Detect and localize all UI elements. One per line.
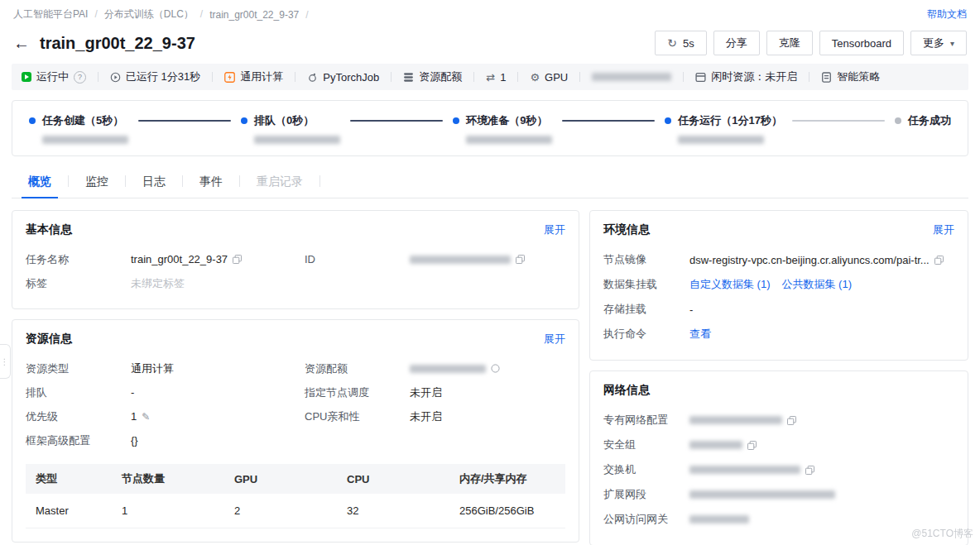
tensorboard-button[interactable]: Tensorboard xyxy=(819,31,904,55)
page-title: train_gr00t_22_9-37 xyxy=(40,34,195,53)
status-item-framework: PyTorchJob xyxy=(307,71,379,84)
elapsed-text: 已运行 1分31秒 xyxy=(126,69,200,84)
dataset-mount-label: 数据集挂载 xyxy=(603,277,689,292)
divider xyxy=(98,72,98,82)
step-dot xyxy=(665,117,671,124)
more-button-label: 更多 xyxy=(923,36,944,50)
security-group-label: 安全组 xyxy=(603,437,689,452)
table-header-node-count: 节点数量 xyxy=(112,464,224,494)
back-icon[interactable]: ← xyxy=(13,35,30,51)
priority-label: 优先级 xyxy=(26,409,131,424)
timeline-step-running: 任务运行（1分17秒） xyxy=(665,113,782,144)
tab-restart-records[interactable]: 重启记录 xyxy=(240,165,319,198)
resource-info-row: 资源类型 通用计算 资源配额 xyxy=(26,356,565,380)
tag-label: 标签 xyxy=(26,276,131,291)
custom-dataset-link[interactable]: 自定义数据集 (1) xyxy=(689,277,771,292)
status-item-elapsed: 已运行 1分31秒 xyxy=(110,69,200,84)
copy-icon[interactable] xyxy=(747,441,757,450)
divider xyxy=(391,72,392,82)
redacted-timestamp xyxy=(42,136,128,144)
smart-policy-text: 智能策略 xyxy=(837,69,880,84)
link-out-icon[interactable] xyxy=(491,364,500,373)
copy-icon[interactable] xyxy=(787,416,796,425)
redacted-timestamp xyxy=(466,136,552,144)
network-info-row: 扩展网段 xyxy=(603,482,954,507)
table-header-gpu: GPU xyxy=(224,464,337,494)
view-command-link[interactable]: 查看 xyxy=(689,327,711,342)
left-column: 基本信息 展开 任务名称 train_gr00t_22_9-37 ID 标签 未… xyxy=(12,210,579,543)
table-row: Master 1 2 32 256GiB/256GiB xyxy=(26,494,565,528)
status-item-smart-policy: 智能策略 xyxy=(821,69,880,84)
status-item-device: ⚙ GPU xyxy=(530,71,568,84)
watermark: @51CTO博客 xyxy=(911,527,973,541)
node-spec-table: 类型 节点数量 GPU CPU 内存/共享内存 Master 1 2 32 25… xyxy=(26,464,565,528)
tab-overview[interactable]: 概览 xyxy=(12,165,68,198)
refresh-interval-label: 5s xyxy=(683,37,694,50)
env-info-row: 数据集挂载 自定义数据集 (1) 公共数据集 (1) xyxy=(603,272,954,297)
redacted-quota-value xyxy=(410,365,486,373)
tab-monitor[interactable]: 监控 xyxy=(69,165,125,198)
copy-icon[interactable] xyxy=(805,466,814,475)
content-columns: 基本信息 展开 任务名称 train_gr00t_22_9-37 ID 标签 未… xyxy=(12,210,968,545)
step-label: 环境准备（9秒） xyxy=(466,113,547,128)
help-doc-link[interactable]: 帮助文档 xyxy=(927,7,967,22)
copy-icon[interactable] xyxy=(233,255,242,264)
cpu-affinity-value: 未开启 xyxy=(410,409,565,424)
breadcrumb-item-pai[interactable]: 人工智能平台PAI xyxy=(13,7,104,22)
step-label: 任务成功 xyxy=(908,113,951,128)
clone-button[interactable]: 克隆 xyxy=(766,31,813,55)
copy-icon[interactable] xyxy=(516,255,525,264)
tab-events[interactable]: 事件 xyxy=(183,165,239,198)
public-dataset-link[interactable]: 公共数据集 (1) xyxy=(782,277,853,292)
redacted-vpc-value xyxy=(689,416,782,424)
task-id-label: ID xyxy=(305,253,410,265)
tab-logs[interactable]: 日志 xyxy=(126,165,182,198)
table-header-cpu: CPU xyxy=(337,464,449,494)
status-item-idle-resource: 闲时资源：未开启 xyxy=(695,69,797,84)
divider xyxy=(517,72,518,82)
step-dot xyxy=(29,117,36,124)
refresh-interval-button[interactable]: ↻ 5s xyxy=(655,31,706,55)
vpc-label: 专有网络配置 xyxy=(603,413,689,428)
step-label: 任务运行（1分17秒） xyxy=(678,113,782,128)
step-dot xyxy=(895,117,901,124)
node-image-value: dsw-registry-vpc.cn-beijing.cr.aliyuncs.… xyxy=(689,254,930,266)
breadcrumb: 人工智能平台PAI 分布式训练（DLC） train_gr00t_22_9-37… xyxy=(0,0,980,27)
resource-info-expand-link[interactable]: 展开 xyxy=(544,332,565,347)
breadcrumb-item-dlc[interactable]: 分布式训练（DLC） xyxy=(104,7,209,22)
status-bar: 运行中 ? 已运行 1分31秒 通用计算 PyTorchJob 资源配额 ⇄ 1… xyxy=(12,64,968,90)
divider xyxy=(683,72,684,82)
step-label: 任务创建（5秒） xyxy=(42,113,123,128)
compute-type-text: 通用计算 xyxy=(240,69,283,84)
divider xyxy=(579,72,580,82)
redacted-task-id xyxy=(410,256,511,264)
redacted-timestamp xyxy=(678,136,764,144)
cidr-label: 扩展网段 xyxy=(603,487,689,502)
resource-quota-icon xyxy=(403,72,414,83)
resource-info-row: 排队 - 指定节点调度 未开启 xyxy=(26,380,565,404)
resource-type-label: 资源类型 xyxy=(26,361,131,376)
redacted-vswitch-value xyxy=(689,466,800,474)
env-info-expand-link[interactable]: 展开 xyxy=(933,222,954,237)
panel-collapse-handle[interactable]: ⋮ xyxy=(0,344,11,379)
copy-icon[interactable] xyxy=(934,256,944,265)
timeline-connector xyxy=(562,120,655,122)
more-button[interactable]: 更多 ▾ xyxy=(910,31,967,55)
timeline-step-prepare: 环境准备（9秒） xyxy=(453,113,552,144)
edit-icon[interactable]: ✎ xyxy=(142,411,150,423)
redacted-timestamp xyxy=(254,136,340,144)
gateway-label: 公网访问网关 xyxy=(603,512,689,527)
share-button[interactable]: 分享 xyxy=(713,31,760,55)
framework-config-value: {} xyxy=(131,434,305,447)
resource-info-row: 框架高级配置 {} xyxy=(26,428,565,452)
quota-text: 资源配额 xyxy=(419,69,462,84)
storage-mount-label: 存储挂载 xyxy=(603,302,689,317)
play-circle-icon xyxy=(110,72,121,83)
question-circle-icon[interactable]: ? xyxy=(74,71,86,84)
cell-gpu: 2 xyxy=(224,494,337,528)
redacted-gateway-value xyxy=(689,515,749,523)
divider xyxy=(295,72,295,82)
storage-mount-value: - xyxy=(689,304,954,316)
step-dot xyxy=(241,117,247,124)
basic-info-expand-link[interactable]: 展开 xyxy=(544,222,565,237)
